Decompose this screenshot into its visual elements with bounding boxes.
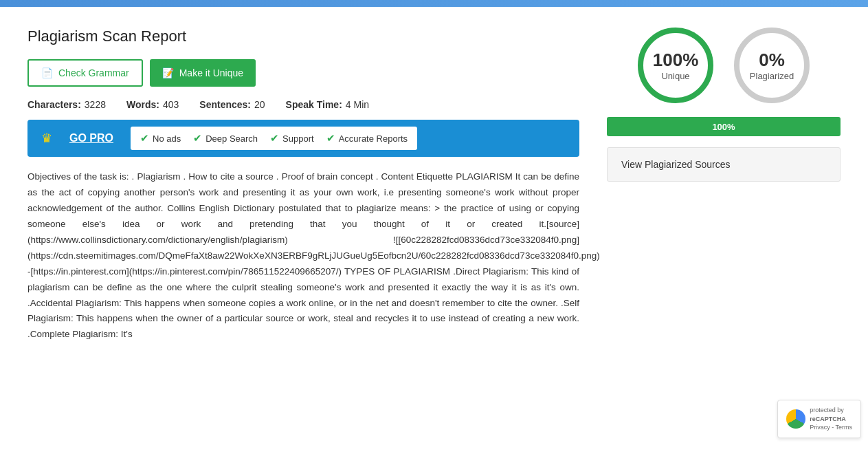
stats-row: Characters: 3228 Words: 403 Sentences: 2…: [27, 99, 579, 110]
circles-row: 100% Unique 0% Plagiarized: [607, 28, 841, 103]
speak-time-stat: Speak Time: 4 Min: [286, 99, 369, 110]
make-unique-button[interactable]: 📝 Make it Unique: [150, 59, 256, 87]
sentences-value: 20: [254, 99, 265, 110]
left-panel: Plagiarism Scan Report 📄 Check Grammar 📝…: [27, 28, 579, 343]
check-grammar-label: Check Grammar: [58, 67, 129, 78]
pro-feature-label-4: Accurate Reports: [339, 133, 408, 144]
check-icon-1: ✔: [140, 132, 149, 144]
pro-banner: ♛ GO PRO ✔ No ads ✔ Deep Search ✔ Suppor…: [27, 120, 579, 157]
check-grammar-icon: 📄: [41, 67, 53, 78]
unique-percent: 100%: [653, 50, 699, 71]
sentences-stat: Sentences: 20: [199, 99, 265, 110]
characters-value: 3228: [85, 99, 106, 110]
sentences-label: Sentences:: [199, 99, 251, 110]
main-container: Plagiarism Scan Report 📄 Check Grammar 📝…: [0, 7, 868, 363]
pro-feature-support: ✔ Support: [270, 132, 314, 144]
pro-features: ✔ No ads ✔ Deep Search ✔ Support ✔ Accur…: [131, 127, 417, 150]
plagiarized-circle: 0% Plagiarized: [734, 28, 810, 103]
crown-icon: ♛: [41, 131, 52, 146]
action-buttons: 📄 Check Grammar 📝 Make it Unique: [27, 59, 579, 87]
words-stat: Words: 403: [126, 99, 179, 110]
page-title: Plagiarism Scan Report: [27, 28, 579, 45]
speak-time-label: Speak Time:: [286, 99, 342, 110]
pro-feature-label-1: No ads: [153, 133, 181, 144]
speak-time-value: 4 Min: [346, 99, 369, 110]
progress-bar-container: 100%: [607, 117, 841, 136]
view-plagiarized-sources-button[interactable]: View Plagiarized Sources: [607, 147, 841, 182]
check-icon-4: ✔: [326, 132, 335, 144]
plagiarized-percent: 0%: [759, 50, 785, 71]
progress-value: 100%: [712, 122, 735, 132]
pro-feature-no-ads: ✔ No ads: [140, 132, 181, 144]
right-panel: 100% Unique 0% Plagiarized 100% View Pla…: [607, 28, 841, 343]
go-pro-button[interactable]: GO PRO: [69, 132, 113, 144]
pro-feature-label-2: Deep Search: [205, 133, 258, 144]
pro-feature-accurate-reports: ✔ Accurate Reports: [326, 132, 408, 144]
pro-feature-deep-search: ✔ Deep Search: [193, 132, 258, 144]
plagiarized-label: Plagiarized: [750, 71, 794, 81]
make-unique-icon: 📝: [162, 67, 174, 78]
check-grammar-button[interactable]: 📄 Check Grammar: [27, 59, 143, 87]
unique-circle: 100% Unique: [638, 28, 713, 103]
words-label: Words:: [126, 99, 159, 110]
check-icon-3: ✔: [270, 132, 279, 144]
characters-stat: Characters: 3228: [27, 99, 106, 110]
article-content: Objectives of the task is: . Plagiarism …: [27, 169, 579, 343]
make-unique-label: Make it Unique: [179, 67, 243, 78]
characters-label: Characters:: [27, 99, 81, 110]
check-icon-2: ✔: [193, 132, 202, 144]
top-bar: [0, 0, 868, 7]
unique-label: Unique: [661, 71, 689, 81]
plagiarized-circle-container: 0% Plagiarized: [734, 28, 810, 103]
words-value: 403: [163, 99, 179, 110]
progress-bar-fill: 100%: [607, 117, 841, 136]
unique-circle-container: 100% Unique: [638, 28, 713, 103]
pro-feature-label-3: Support: [282, 133, 314, 144]
